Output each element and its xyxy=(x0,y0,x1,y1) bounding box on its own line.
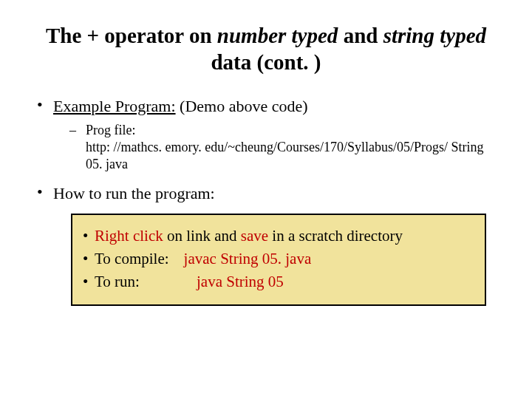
row3-cmd: java String 05 xyxy=(197,273,284,291)
box-row-1: • Right click on link and save in a scra… xyxy=(83,227,474,245)
row1-save: save xyxy=(241,227,268,245)
title-text-mid: and xyxy=(338,24,383,47)
title-text-post: data (cont. ) xyxy=(211,50,321,74)
instructions-box: • Right click on link and save in a scra… xyxy=(71,214,486,306)
prog-file-item: Prog file: http: //mathcs. emory. edu/~c… xyxy=(68,122,499,174)
title-text-pre: The + operator on xyxy=(46,24,217,47)
bullet-icon: • xyxy=(83,273,95,291)
row1-mid: on link and xyxy=(163,227,241,245)
title-em-1: number typed xyxy=(217,24,338,47)
sub-bullet-list: Prog file: http: //mathcs. emory. edu/~c… xyxy=(53,122,499,174)
slide-title: The + operator on number typed and strin… xyxy=(33,22,499,76)
row2-cmd: javac String 05. java xyxy=(184,250,312,268)
row1-text: Right click on link and save in a scratc… xyxy=(95,227,403,245)
row1-right-click: Right click xyxy=(95,227,163,245)
howto-text: How to run the program: xyxy=(53,184,215,202)
bullet-list: Example Program: (Demo above code) Prog … xyxy=(33,97,499,203)
bullet-icon: • xyxy=(83,227,95,245)
bullet-icon: • xyxy=(83,250,95,268)
bullet-howto: How to run the program: xyxy=(33,184,499,203)
spacer xyxy=(182,273,197,291)
row2-label: To compile: xyxy=(95,250,169,268)
example-program-label: Example Program: xyxy=(53,97,176,115)
title-em-2: string typed xyxy=(383,24,486,47)
prog-file-label: Prog file: xyxy=(86,123,136,137)
box-row-2: • To compile: javac String 05. java xyxy=(83,250,474,268)
row1-end: in a scratch directory xyxy=(268,227,403,245)
example-program-rest: (Demo above code) xyxy=(176,97,308,115)
box-row-3: • To run: java String 05 xyxy=(83,273,474,291)
bullet-example: Example Program: (Demo above code) Prog … xyxy=(33,97,499,174)
slide: The + operator on number typed and strin… xyxy=(0,0,532,399)
spacer xyxy=(169,250,184,268)
row3-label: To run: xyxy=(95,273,182,291)
prog-file-url: http: //mathcs. emory. edu/~cheung/Cours… xyxy=(86,140,484,171)
